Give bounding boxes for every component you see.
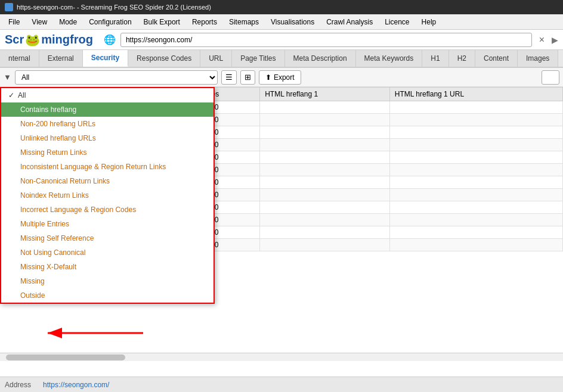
cell-hreflang1-url — [389, 151, 562, 164]
filter-icon: ▼ — [4, 73, 11, 82]
cell-hreflang1 — [260, 226, 390, 239]
spacer — [8, 148, 17, 157]
app-icon — [5, 3, 13, 11]
dropdown-item[interactable]: Unlinked hreflang URLs — [1, 131, 214, 145]
col-hreflang1-url[interactable]: HTML hreflang 1 URL — [389, 88, 562, 101]
spacer — [8, 134, 17, 142]
dropdown-item-label: Outside — [20, 291, 45, 300]
filter-dropdown: ✓ All Contains hreflang Non-200 hreflang… — [0, 87, 215, 304]
title-bar-text: https-seongon-com- - Screaming Frog SEO … — [17, 4, 211, 11]
spacer — [8, 105, 17, 114]
search-box[interactable] — [542, 70, 559, 85]
dropdown-item[interactable]: ✓ All — [1, 88, 214, 102]
list-view-button[interactable]: ☰ — [221, 70, 237, 85]
menu-reports[interactable]: Reports — [186, 16, 223, 28]
dropdown-item-label: Incorrect Language & Region Codes — [20, 206, 136, 214]
dropdown-item[interactable]: Missing X-Default — [1, 260, 214, 274]
spacer — [8, 120, 17, 128]
menu-configuration[interactable]: Configuration — [83, 16, 137, 28]
menu-file[interactable]: File — [2, 16, 26, 28]
dropdown-item[interactable]: Not Using Canonical — [1, 245, 214, 260]
spacer — [8, 291, 17, 300]
url-input[interactable] — [120, 33, 532, 47]
tab-meta-keywords[interactable]: Meta Keywords — [356, 50, 423, 67]
dropdown-item-label: Missing — [20, 277, 45, 285]
tab-response-codes[interactable]: Response Codes — [128, 50, 200, 67]
cell-hreflang1-url — [389, 139, 562, 151]
dropdown-item[interactable]: Non-200 hreflang URLs — [1, 117, 214, 131]
menu-visualisations[interactable]: Visualisations — [265, 16, 320, 28]
cell-hreflang1-url — [389, 164, 562, 176]
tab-internal[interactable]: nternal — [0, 50, 39, 67]
spacer — [8, 277, 17, 285]
menu-licence[interactable]: Licence — [379, 16, 415, 28]
dropdown-item-label: Unlinked hreflang URLs — [20, 134, 96, 142]
dropdown-item[interactable]: Outside — [1, 288, 214, 303]
spacer — [8, 263, 17, 271]
url-bar: Scr 🐸 mingfrog 🌐 × ▶ — [0, 30, 563, 50]
tab-h2[interactable]: H2 — [449, 50, 475, 67]
horizontal-scrollbar[interactable] — [0, 353, 563, 361]
cell-hreflang1-url — [389, 189, 562, 201]
menu-help[interactable]: Help — [416, 16, 443, 28]
red-arrow-annotation — [36, 321, 155, 347]
logo: Scr 🐸 mingfrog — [5, 33, 93, 47]
menu-mode[interactable]: Mode — [53, 16, 83, 28]
dropdown-item-label: Noindex Return Links — [20, 191, 89, 200]
filter-bar: ▼ All Contains hreflang ☰ ⊞ ⬆ Export — [0, 68, 563, 87]
tab-h1[interactable]: H1 — [422, 50, 448, 67]
dropdown-item-label: Missing Self Reference — [20, 234, 94, 242]
cell-hreflang1 — [260, 139, 390, 151]
cell-hreflang1-url — [389, 176, 562, 189]
tab-meta-description[interactable]: Meta Description — [285, 50, 356, 67]
title-bar: https-seongon-com- - Screaming Frog SEO … — [0, 0, 563, 14]
spacer — [8, 177, 17, 185]
dropdown-item[interactable]: Missing — [1, 274, 214, 288]
tab-content[interactable]: Content — [475, 50, 518, 67]
logo-text2: mingfrog — [41, 33, 93, 46]
dropdown-item[interactable]: Non-Canonical Return Links — [1, 174, 214, 188]
tab-url[interactable]: URL — [200, 50, 232, 67]
menu-crawl-analysis[interactable]: Crawl Analysis — [320, 16, 379, 28]
cell-hreflang1-url — [389, 126, 562, 139]
tree-view-button[interactable]: ⊞ — [240, 70, 255, 85]
spacer — [8, 163, 17, 171]
dropdown-item-label: Inconsistent Language & Region Return Li… — [20, 163, 166, 171]
dropdown-item[interactable]: Missing Self Reference — [1, 231, 214, 245]
dropdown-item-label: Non-Canonical Return Links — [20, 177, 110, 185]
tab-images[interactable]: Images — [518, 50, 558, 67]
cell-hreflang1-url — [389, 214, 562, 226]
export-icon: ⬆ — [265, 73, 271, 82]
tab-security[interactable]: Security — [83, 50, 128, 67]
list-view-icon: ☰ — [225, 73, 233, 82]
scrollbar-thumb[interactable] — [6, 354, 125, 360]
menu-sitemaps[interactable]: Sitemaps — [223, 16, 265, 28]
tab-external[interactable]: External — [39, 50, 83, 67]
spacer — [8, 206, 17, 214]
dropdown-item[interactable]: Contains hreflang — [1, 102, 214, 117]
cell-hreflang1-url — [389, 201, 562, 214]
cell-hreflang1 — [260, 101, 390, 114]
nav-arrow-icon: ▶ — [552, 35, 558, 45]
dropdown-item[interactable]: Missing Return Links — [1, 145, 214, 160]
dropdown-item[interactable]: Noindex Return Links — [1, 188, 214, 203]
dropdown-item-label: Contains hreflang — [20, 105, 76, 114]
filter-select[interactable]: All Contains hreflang — [15, 70, 218, 85]
spacer — [8, 191, 17, 200]
status-url: https://seongon.com/ — [43, 381, 109, 389]
tab-page-titles[interactable]: Page Titles — [232, 50, 284, 67]
close-icon[interactable]: × — [537, 35, 547, 45]
status-label: Address — [5, 381, 31, 389]
cell-hreflang1 — [260, 189, 390, 201]
dropdown-item-label: Non-200 hreflang URLs — [20, 120, 95, 128]
export-button[interactable]: ⬆ Export — [259, 70, 301, 85]
menu-view[interactable]: View — [26, 16, 53, 28]
menu-bulk-export[interactable]: Bulk Export — [138, 16, 186, 28]
col-hreflang1[interactable]: HTML hreflang 1 — [260, 88, 390, 101]
spacer — [8, 220, 17, 228]
dropdown-item[interactable]: Inconsistent Language & Region Return Li… — [1, 160, 214, 174]
status-bar: Address https://seongon.com/ — [0, 377, 563, 392]
cell-hreflang1 — [260, 201, 390, 214]
dropdown-item[interactable]: Incorrect Language & Region Codes — [1, 203, 214, 217]
dropdown-item[interactable]: Multiple Entries — [1, 217, 214, 231]
